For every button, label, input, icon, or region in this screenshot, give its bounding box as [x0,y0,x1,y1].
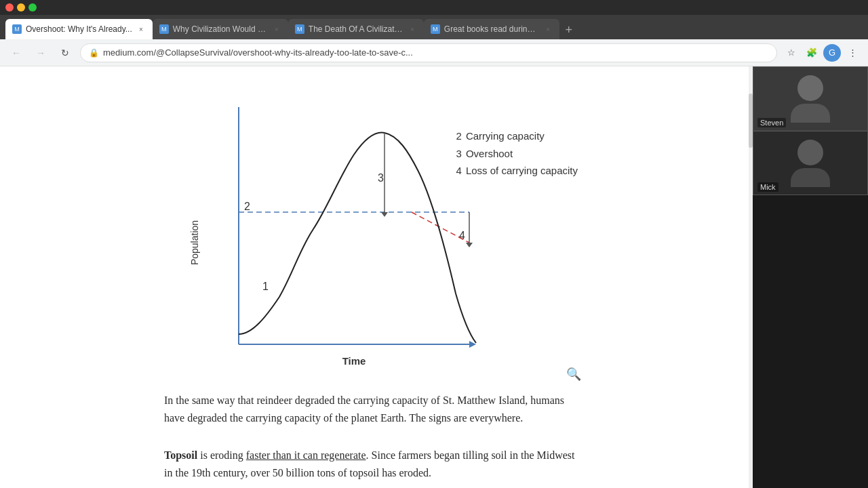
svg-text:1: 1 [262,281,269,292]
paragraph-2: Topsoil is eroding faster than it can re… [164,447,585,483]
svg-text:2: 2 [244,201,250,212]
steven-head [797,75,823,101]
lock-icon: 🔒 [89,48,99,58]
svg-text:Population: Population [189,220,200,265]
legend-label-3: Overshoot [466,145,513,163]
tab-label-4: Great books read during the ... [444,24,539,34]
browser-chrome: M Overshoot: Why It's Already... × M Why… [0,0,868,66]
paragraph-2-prefix: is eroding [197,449,246,461]
svg-text:4: 4 [459,230,465,241]
tab-4[interactable]: M Great books read during the ... × [424,19,559,39]
svg-text:3: 3 [378,172,384,184]
chart-container: 2 Carrying capacity 3 Overshoot 4 Loss o… [164,94,585,385]
steven-name-label: Steven [757,118,786,127]
article-area[interactable]: 2 Carrying capacity 3 Overshoot 4 Loss o… [0,66,749,488]
steven-body [791,104,830,123]
new-tab-button[interactable]: + [559,20,578,39]
video-box-steven: Steven [753,66,868,131]
zoom-icon[interactable]: 🔍 [566,367,581,382]
steven-avatar [791,75,830,123]
tab-label-1: Overshoot: Why It's Already... [26,24,132,34]
video-box-mick: Mick [753,131,868,195]
tab-3[interactable]: M The Death Of A Civilization... × [288,19,424,39]
nav-actions: ☆ 🧩 G ⋮ [783,44,861,62]
paragraph-1: In the same way that reindeer degraded t… [164,392,585,428]
bookmark-star-icon[interactable]: ☆ [783,44,800,62]
legend-item-2: 2 Carrying capacity [456,127,578,145]
traffic-lights [5,3,37,12]
mick-body [791,168,830,187]
topsoil-bold: Topsoil [164,449,197,461]
back-button[interactable]: ← [7,43,26,62]
legend-num-3: 3 [456,145,462,163]
tab-favicon-4: M [431,24,440,34]
svg-marker-9 [466,243,473,247]
topsoil-link[interactable]: faster than it can regenerate [246,449,366,461]
legend-num-4: 4 [456,162,462,180]
extensions-icon[interactable]: 🧩 [803,44,821,62]
minimize-window-button[interactable] [17,3,25,12]
tab-close-4[interactable]: × [543,24,553,34]
tab-favicon-3: M [295,24,304,34]
tab-close-2[interactable]: × [272,24,281,34]
tab-favicon-2: M [159,24,169,34]
video-panel-empty [753,195,868,488]
mick-avatar [791,140,830,187]
profile-icon[interactable]: G [823,44,841,62]
svg-text:Time: Time [342,355,366,365]
tab-close-1[interactable]: × [136,24,146,34]
legend-label-2: Carrying capacity [466,127,545,145]
main-container: 2 Carrying capacity 3 Overshoot 4 Loss o… [0,66,868,488]
title-bar [0,0,868,15]
tab-label-3: The Death Of A Civilization... [309,24,403,34]
maximize-window-button[interactable] [28,3,37,12]
tab-close-3[interactable]: × [408,24,417,34]
address-bar[interactable]: 🔒 medium.com/@CollapseSurvival/overshoot… [80,43,777,62]
video-panel: Steven Mick [753,66,868,488]
legend-num-2: 2 [456,127,462,145]
tab-2[interactable]: M Why Civilization Would Collap... × [153,19,288,39]
nav-bar: ← → ↻ 🔒 medium.com/@CollapseSurvival/ove… [0,39,868,66]
tab-favicon-1: M [12,24,22,34]
close-window-button[interactable] [5,3,14,12]
legend-item-4: 4 Loss of carrying capacity [456,162,578,180]
tabs-bar: M Overshoot: Why It's Already... × M Why… [0,15,868,39]
tab-active[interactable]: M Overshoot: Why It's Already... × [5,19,153,39]
mick-name-label: Mick [757,182,778,192]
tab-label-2: Why Civilization Would Collap... [173,24,268,34]
legend-label-4: Loss of carrying capacity [466,162,578,180]
url-text: medium.com/@CollapseSurvival/overshoot-w… [103,47,413,58]
legend-item-3: 3 Overshoot [456,145,578,163]
article-content: 2 Carrying capacity 3 Overshoot 4 Loss o… [137,66,612,488]
menu-icon[interactable]: ⋮ [844,44,861,62]
chart-legend: 2 Carrying capacity 3 Overshoot 4 Loss o… [456,127,578,180]
svg-marker-7 [381,212,388,217]
mick-head [797,140,823,165]
forward-button[interactable]: → [31,43,50,62]
refresh-button[interactable]: ↻ [56,43,75,62]
